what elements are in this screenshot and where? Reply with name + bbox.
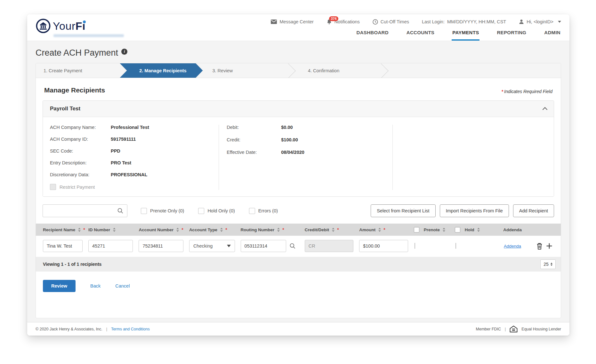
add-recipient-button[interactable]: Add Recipient [513, 204, 554, 217]
cutoff-times-link[interactable]: Cut-Off Times [373, 19, 409, 25]
field-value: PRO Test [111, 160, 131, 165]
account-number-input[interactable] [139, 240, 183, 252]
prenote-row-checkbox[interactable] [415, 243, 415, 249]
nav-admin[interactable]: ADMIN [544, 29, 561, 41]
field-label: Discretionary Data: [50, 172, 111, 177]
recipient-search-box [43, 204, 127, 217]
field-label: Effective Date: [227, 150, 281, 155]
info-icon[interactable]: i [121, 49, 127, 55]
sort-icon[interactable] [443, 228, 445, 232]
trash-icon [536, 242, 543, 250]
sort-icon[interactable] [277, 228, 280, 232]
sort-icon[interactable] [332, 228, 334, 232]
batch-summary-panel: Payroll Test ACH Company Name:Profession… [43, 100, 554, 197]
select-arrows-icon [551, 263, 552, 266]
sort-icon[interactable] [477, 228, 480, 232]
page-size-select[interactable]: 25 [540, 259, 556, 269]
prenote-only-checkbox[interactable] [141, 208, 147, 214]
add-row-button[interactable] [546, 243, 552, 249]
nav-payments[interactable]: PAYMENTS [452, 29, 479, 41]
batch-title: Payroll Test [50, 106, 80, 112]
field-label: Debit: [227, 125, 281, 130]
restrict-payment-checkbox[interactable] [50, 184, 56, 190]
table-footer-bar: Viewing 1 - 1 of 1 recipients 25 [36, 257, 561, 272]
field-value: PPD [111, 148, 120, 154]
credit-debit-input [305, 240, 354, 252]
step-confirmation: 4. Confirmation [298, 63, 380, 78]
hold-all-checkbox[interactable] [455, 227, 460, 233]
errors-label: Errors (0) [258, 208, 278, 213]
routing-number-input[interactable] [241, 240, 286, 252]
page-content: Create ACH Payment i 1. Create Payment 2… [27, 41, 569, 322]
field-value: $0.00 [281, 125, 293, 130]
delete-row-button[interactable] [536, 242, 543, 250]
errors-checkbox[interactable] [249, 208, 255, 214]
main-nav: DASHBOARD ACCOUNTS PAYMENTS REPORTING AD… [356, 29, 561, 41]
notifications-badge: 374 [329, 16, 339, 21]
account-type-select[interactable]: Checking [189, 240, 235, 252]
member-fdic-text: Member FDIC [476, 327, 501, 331]
field-label: ACH Company ID: [50, 137, 111, 142]
back-button[interactable]: Back [90, 283, 101, 289]
sort-icon[interactable] [220, 228, 223, 232]
hold-row-checkbox[interactable] [455, 243, 456, 249]
hold-only-checkbox[interactable] [198, 208, 204, 214]
field-label: Credit: [227, 137, 281, 142]
site-footer: © 2020 Jack Henry & Associates, Inc. | T… [27, 322, 569, 336]
table-header-row: Recipient Name* ID Number Account Number… [36, 224, 561, 236]
search-icon[interactable] [114, 208, 127, 214]
sort-icon[interactable] [378, 228, 381, 232]
routing-search-icon[interactable] [286, 243, 299, 249]
notifications-link[interactable]: 374 Notifications [326, 19, 360, 25]
page-title: Create ACH Payment [36, 48, 118, 58]
viewing-count: Viewing 1 - 1 of 1 recipients [43, 262, 101, 267]
field-value: PROFESSIONAL [111, 172, 147, 177]
step-manage-recipients: 2. Manage Recipients [120, 63, 203, 78]
brand-name: YourFı [53, 20, 85, 32]
addenda-link[interactable]: Addenda [504, 244, 521, 249]
id-number-input[interactable] [88, 240, 133, 252]
recipient-row: Checking Addenda [36, 236, 561, 257]
select-from-recipient-list-button[interactable]: Select from Recipient List [371, 204, 435, 217]
utility-bar: Message Center 374 Notifications [271, 14, 561, 29]
brand-logo[interactable]: YourFı [36, 14, 138, 41]
app-window: YourFı Message Center 374 [27, 14, 569, 336]
cancel-button[interactable]: Cancel [115, 283, 130, 289]
user-icon [519, 19, 524, 24]
envelope-icon [271, 20, 277, 24]
step-create-payment: 1. Create Payment [36, 63, 120, 78]
clock-icon [373, 19, 378, 25]
prenote-only-label: Prenote Only (0) [150, 208, 184, 213]
recipients-table: Recipient Name* ID Number Account Number… [36, 224, 561, 272]
bank-logo-icon [36, 18, 51, 34]
message-center-link[interactable]: Message Center [271, 19, 313, 24]
logo-tagline-blurred [53, 34, 124, 37]
equal-housing-text: Equal Housing Lender [521, 327, 561, 331]
terms-link[interactable]: Terms and Conditions [111, 327, 150, 331]
plus-icon [546, 243, 552, 249]
sort-icon[interactable] [78, 228, 81, 232]
nav-dashboard[interactable]: DASHBOARD [356, 29, 389, 41]
field-value: 5917591111 [111, 137, 136, 142]
amount-input[interactable] [359, 240, 408, 252]
user-menu[interactable]: Hi, <loginID> [519, 19, 561, 24]
step-chevron-icon [380, 63, 391, 78]
nav-accounts[interactable]: ACCOUNTS [406, 29, 435, 41]
prenote-all-checkbox[interactable] [414, 227, 419, 233]
top-header: YourFı Message Center 374 [27, 14, 569, 41]
dropdown-arrow-icon [227, 245, 231, 247]
last-login: Last Login: MM/DD/YYYY, HH:MM, CST [422, 19, 506, 24]
recipient-name-input[interactable] [43, 240, 83, 252]
review-button[interactable]: Review [43, 280, 76, 292]
import-recipients-button[interactable]: Import Recipients From File [440, 204, 509, 217]
sort-icon[interactable] [176, 228, 179, 232]
nav-reporting[interactable]: REPORTING [496, 29, 527, 41]
collapse-chevron-up-icon[interactable] [543, 107, 548, 112]
field-label: ACH Company Name: [50, 125, 111, 130]
equal-housing-icon [510, 326, 518, 332]
field-label: Entry Description: [50, 160, 111, 165]
field-value: 08/04/2020 [281, 150, 304, 155]
copyright-text: © 2020 Jack Henry & Associates, Inc. [36, 327, 102, 331]
recipient-search-input[interactable] [43, 205, 114, 217]
sort-icon[interactable] [113, 228, 116, 232]
